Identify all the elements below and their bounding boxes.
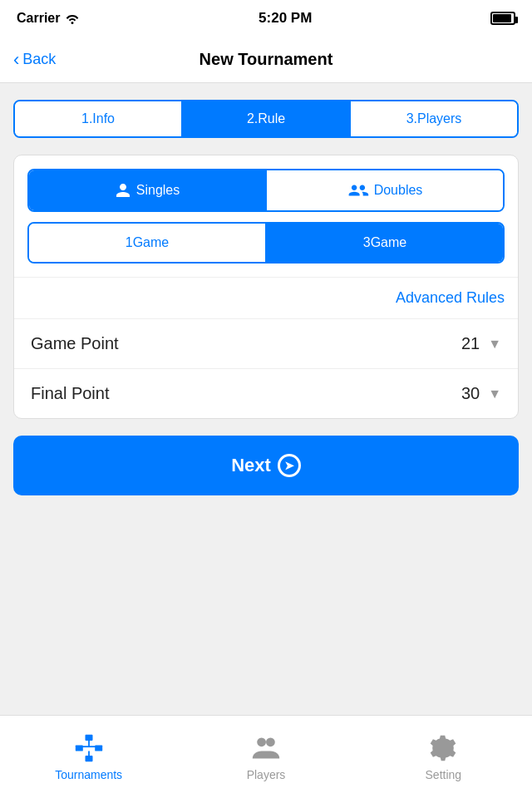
game-point-dropdown-icon: ▼ [488, 337, 501, 352]
back-label: Back [22, 51, 56, 68]
setting-tab-label: Setting [426, 768, 462, 781]
game-count-toggle: 1Game 3Game [27, 222, 505, 264]
nav-bar: ‹ Back New Tournament [0, 37, 532, 83]
tab-rule[interactable]: 2.Rule [183, 101, 351, 136]
three-game-button[interactable]: 3Game [267, 224, 503, 262]
final-point-control[interactable]: 30 ▼ [461, 384, 501, 403]
next-button-label: Next [231, 455, 271, 476]
step-tabs: 1.Info 2.Rule 3.Players [13, 100, 519, 138]
double-person-icon [347, 182, 369, 199]
doubles-button[interactable]: Doubles [267, 170, 503, 210]
singles-button[interactable]: Singles [29, 170, 267, 210]
tab-bar: Tournaments Players Setting [0, 715, 532, 798]
wifi-icon [65, 12, 80, 24]
tournaments-tab-label: Tournaments [55, 768, 122, 781]
final-point-dropdown-icon: ▼ [488, 387, 501, 401]
setting-icon [428, 733, 458, 763]
game-point-value: 21 [461, 334, 480, 353]
tab-players[interactable]: 3.Players [351, 101, 517, 136]
players-tab-label: Players [247, 768, 286, 781]
next-button[interactable]: Next ➤ [13, 436, 519, 495]
carrier-label: Carrier [17, 11, 60, 26]
chevron-left-icon: ‹ [13, 51, 19, 69]
battery-indicator [490, 12, 515, 25]
three-game-label: 3Game [363, 235, 406, 250]
players-icon [251, 733, 281, 763]
carrier-info: Carrier [17, 11, 80, 26]
match-type-toggle: Singles Doubles [27, 169, 505, 212]
single-person-icon [115, 182, 131, 199]
status-bar: Carrier 5:20 PM [0, 0, 532, 37]
final-point-row: Final Point 30 ▼ [14, 368, 518, 418]
svg-point-7 [257, 737, 266, 746]
svg-point-8 [266, 737, 275, 746]
advanced-rules-row: Advanced Rules [14, 277, 518, 318]
tab-info[interactable]: 1.Info [15, 101, 183, 136]
game-point-row: Game Point 21 ▼ [14, 318, 518, 368]
tab-bar-tournaments[interactable]: Tournaments [0, 725, 177, 790]
doubles-label: Doubles [374, 183, 423, 198]
tab-bar-setting[interactable]: Setting [355, 725, 532, 790]
one-game-button[interactable]: 1Game [29, 224, 267, 262]
advanced-rules-button[interactable]: Advanced Rules [396, 289, 505, 306]
singles-label: Singles [136, 183, 180, 198]
final-point-value: 30 [461, 384, 480, 403]
page-title: New Tournament [200, 50, 333, 69]
svg-rect-0 [85, 734, 92, 740]
svg-rect-5 [85, 756, 92, 761]
main-content: 1.Info 2.Rule 3.Players Singles Doubles [0, 83, 532, 529]
final-point-label: Final Point [31, 384, 110, 403]
rules-card: Singles Doubles 1Game 3Game Advanced Rul… [13, 155, 519, 419]
status-time: 5:20 PM [259, 10, 312, 27]
next-circle-icon: ➤ [278, 454, 301, 477]
back-button[interactable]: ‹ Back [13, 51, 56, 69]
tab-bar-players[interactable]: Players [177, 725, 354, 790]
game-point-label: Game Point [31, 334, 119, 353]
one-game-label: 1Game [126, 235, 169, 250]
game-point-control[interactable]: 21 ▼ [461, 334, 501, 353]
tournaments-icon [74, 733, 104, 763]
